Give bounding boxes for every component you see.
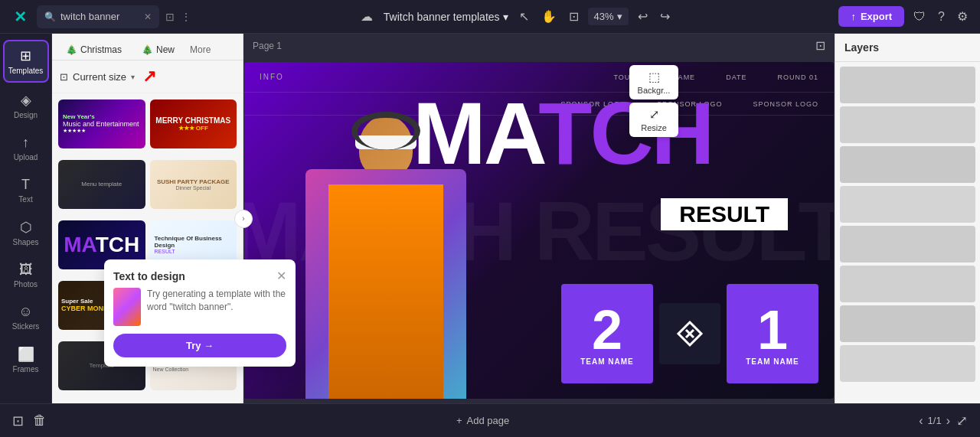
search-text: twitch banner [60,11,139,22]
template-card[interactable]: MERRY CHRISTMAS ★★★ OFF [150,99,237,148]
search-options-icon[interactable]: ⋮ [181,11,191,23]
prev-page-button[interactable]: ‹ [919,414,923,428]
twitch-banner-canvas: MATCH RESULT INFO TOURNAMENT NAME DATE R… [244,62,834,399]
title-dropdown-icon[interactable]: ▾ [503,11,508,23]
fullscreen-button[interactable]: ⤢ [956,413,968,429]
frame-tool[interactable]: ⊡ [566,6,582,27]
topbar-tools: ↖ ✋ ⊡ 43% ▾ ↩ ↪ [516,6,673,27]
sidebar-item-photos[interactable]: 🖼 Photos [3,256,49,295]
canvas-toolbar: Page 1 ⊡ [243,34,835,57]
team2-score-box: 1 TEAM NAME [727,284,818,383]
canvas-options-icon[interactable]: ⊡ [815,38,825,53]
redo-button[interactable]: ↪ [657,6,673,27]
sidebar-item-shapes[interactable]: ⬡ Shapes [3,213,49,253]
sidebar-item-design[interactable]: ◈ Design [3,86,49,126]
bottom-left: ⊡ 🗑 [12,413,47,429]
tab-christmas[interactable]: 🎄 Christmas [58,40,129,60]
cursor-tool[interactable]: ↖ [516,6,532,27]
stickers-icon: ☺ [18,304,32,320]
undo-button[interactable]: ↩ [635,6,651,27]
template-card[interactable]: New Year's Music and Entertainment ★★★★★ [58,99,145,148]
layer-item[interactable] [840,226,975,263]
search-clear-icon[interactable]: ✕ [144,11,152,22]
new-tab-icon: 🎄 [142,44,153,55]
background-tool-button[interactable]: ⬚ Backgr... [629,65,678,99]
add-page-icon: + [456,415,462,426]
tab-more[interactable]: More [187,40,214,60]
layer-list [835,62,980,403]
zoom-dropdown-icon: ▾ [617,11,622,22]
bottom-bar: ⊡ 🗑 + Add page ‹ 1/1 › ⤢ [0,403,980,437]
frames-icon: ⬜ [18,346,34,363]
page-nav: ‹ 1/1 › [919,414,950,428]
layer-item[interactable] [840,305,975,342]
export-button[interactable]: ↑ Export [838,6,904,27]
export-icon: ↑ [851,11,856,22]
save-cloud-icon[interactable]: ☁ [358,6,376,27]
sidebar-item-stickers[interactable]: ☺ Stickers [3,298,49,337]
save-icon-button[interactable]: ⊡ [12,413,24,429]
topbar-right: ↑ Export 🛡 ? ⚙ [838,6,971,27]
sidebar-icons: ⊞ Templates ◈ Design ↑ Upload T Text ⬡ S… [0,34,52,403]
search-icon: 🔍 [44,11,56,22]
topbar-title: Twitch banner templates ▾ [384,11,508,23]
template-card[interactable]: SUSHI PARTY PACKAGE Dinner Special [150,160,237,209]
shield-icon[interactable]: 🛡 [910,7,929,27]
resize-icon: ⤢ [649,107,659,122]
shapes-icon: ⬡ [20,219,32,236]
banner-match-title: MATCH [413,94,834,174]
next-page-button[interactable]: › [946,414,950,428]
canvas-top-right: ⊡ [815,38,825,53]
canva-logo-icon [675,318,705,349]
match-text-purple: TCH [538,84,712,182]
upload-icon: ↑ [22,135,29,151]
banner-person [298,108,474,399]
sidebar-item-templates[interactable]: ⊞ Templates [3,40,49,83]
tdp-header: Text to design ✕ [113,269,243,283]
add-page-button[interactable]: + Add page [456,415,509,426]
templates-icon: ⊞ [20,47,31,64]
layer-item[interactable] [840,266,975,302]
sidebar-item-frames[interactable]: ⬜ Frames [3,340,49,380]
team2-name: TEAM NAME [746,357,799,366]
sidebar-item-text[interactable]: T Text [3,171,49,210]
help-icon[interactable]: ? [935,7,948,27]
tdp-title: Text to design [113,270,185,282]
photos-icon: 🖼 [19,262,33,278]
logo[interactable]: ✕ [9,6,31,28]
banner-date: DATE [726,73,746,81]
banner-info: INFO [260,73,284,81]
page-counter: 1/1 [928,415,942,426]
bottom-right: ‹ 1/1 › ⤢ [919,413,968,429]
layers-header: Layers [835,34,980,62]
layer-item[interactable] [840,345,975,382]
delete-button[interactable]: 🗑 [33,413,47,429]
settings-icon[interactable]: ⚙ [954,6,971,27]
banner-round: ROUND 01 [777,73,818,81]
layer-item[interactable] [840,67,975,103]
image-search-icon[interactable]: ⊡ [165,11,175,23]
zoom-control[interactable]: 43% ▾ [588,8,629,25]
layer-item[interactable] [840,106,975,143]
size-icon: ⊡ [60,71,68,83]
topbar-center: ☁ Twitch banner templates ▾ ↖ ✋ ⊡ 43% ▾ … [198,6,832,27]
search-box[interactable]: 🔍 twitch banner ✕ [37,5,159,28]
sidebar-item-upload[interactable]: ↑ Upload [3,129,49,168]
layer-item[interactable] [840,146,975,183]
hand-tool[interactable]: ✋ [538,6,560,27]
logo-icon: ✕ [14,8,27,26]
tab-new[interactable]: 🎄 New [134,40,182,60]
text-design-panel: Text to design ✕ Try generating a templa… [104,259,243,367]
canvas-right-tools: ⬚ Backgr... ⤢ Resize [629,65,678,137]
page-label: Page 1 [253,41,282,51]
text-icon: T [21,177,30,193]
layer-item[interactable] [840,186,975,223]
resize-tool-button[interactable]: ⤢ Resize [629,103,678,137]
layers-panel: Layers [835,34,980,403]
christmas-tab-icon: 🎄 [66,44,77,55]
try-button[interactable]: Try → [113,334,243,357]
panel-collapse-button[interactable]: › [234,210,253,228]
template-card[interactable]: Menu template [58,160,145,209]
size-selector[interactable]: ⊡ Current size ▾ ↗ [52,60,243,93]
team1-score-box: 2 TEAM NAME [561,284,653,383]
